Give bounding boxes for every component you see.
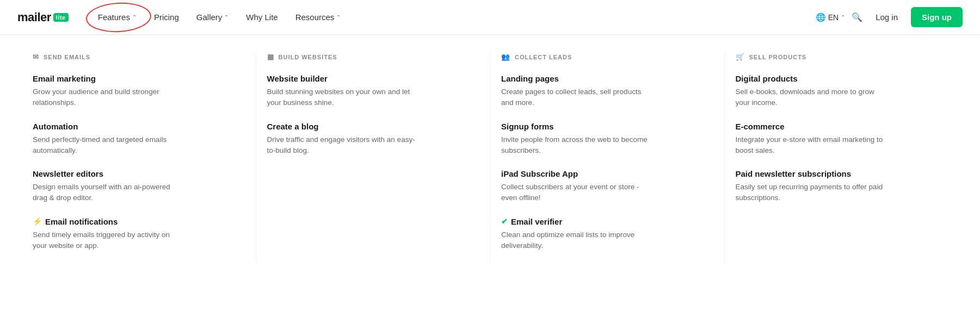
menu-item-desc-1-1: Drive traffic and engage visitors with a… [267,134,420,157]
language-selector[interactable]: 🌐 EN ⌃ [816,13,845,22]
nav-features-label: Features [98,13,130,22]
navbar: mailer lite Features ⌃ Pricing Gallery ⌃… [0,0,980,35]
menu-item-title-2-3[interactable]: ✔Email verifier [501,217,713,226]
nav-features[interactable]: Features ⌃ [90,8,144,26]
col-header-icon-1: ▦ [267,53,274,61]
nav-pricing[interactable]: Pricing [146,8,187,26]
features-dropdown: ✉SEND EMAILSEmail marketingGrow your aud… [0,35,980,282]
gallery-chevron-icon: ⌃ [224,14,229,20]
logo[interactable]: mailer lite [17,10,69,24]
menu-item-desc-2-0: Create pages to collect leads, sell prod… [501,86,654,109]
menu-item-title-text-2-2: iPad Subscribe App [501,169,578,178]
menu-item-desc-0-0: Grow your audience and build stronger re… [33,86,185,109]
menu-item-title-text-3-2: Paid newsletter subscriptions [736,169,852,178]
menu-item-desc-1-0: Build stunning websites on your own and … [267,86,420,109]
menu-item-title-2-2[interactable]: iPad Subscribe App [501,169,713,178]
resources-chevron-icon: ⌃ [336,14,341,20]
menu-item-title-text-0-1: Automation [33,122,78,131]
menu-item-title-text-1-1: Create a blog [267,122,319,131]
col-header-label-0: SEND EMAILS [44,54,90,60]
signup-button[interactable]: Sign up [911,7,963,27]
col-header-icon-0: ✉ [33,53,39,61]
menu-item-2-1: Signup formsInvite people from across th… [501,122,713,157]
nav-right: 🌐 EN ⌃ 🔍 Log in Sign up [816,7,963,27]
menu-item-desc-3-0: Sell e-books, downloads and more to grow… [736,86,888,109]
menu-item-title-3-0[interactable]: Digital products [736,74,948,83]
menu-item-title-text-0-3: Email notifications [45,217,118,226]
menu-item-0-0: Email marketingGrow your audience and bu… [33,74,245,109]
menu-item-desc-0-1: Send perfectly-timed and targeted emails… [33,134,185,157]
nav-resources[interactable]: Resources ⌃ [288,8,349,26]
col-header-2: 👥COLLECT LEADS [501,53,713,61]
menu-item-3-2: Paid newsletter subscriptionsEasily set … [736,169,948,204]
search-icon[interactable]: 🔍 [852,12,862,22]
col-header-icon-3: 🛒 [736,53,745,61]
menu-item-0-3: ⚡Email notificationsSend timely emails t… [33,217,245,252]
menu-item-desc-2-3: Clean and optimize email lists to improv… [501,229,654,252]
menu-item-title-text-2-1: Signup forms [501,122,554,131]
language-label: EN [828,13,839,22]
menu-item-desc-2-1: Invite people from across the web to bec… [501,134,654,157]
dropdown-col-2: 👥COLLECT LEADSLanding pagesCreate pages … [490,53,725,264]
menu-item-title-text-0-2: Newsletter editors [33,169,103,178]
nav-gallery[interactable]: Gallery ⌃ [189,8,237,26]
lightning-icon: ⚡ [33,217,42,226]
lang-chevron-icon: ⌃ [841,14,845,20]
menu-item-title-text-2-0: Landing pages [501,74,559,83]
nav-why-lite[interactable]: Why Lite [238,8,285,26]
menu-item-title-2-1[interactable]: Signup forms [501,122,713,131]
menu-item-title-1-1[interactable]: Create a blog [267,122,479,131]
col-header-3: 🛒SELL PRODUCTS [736,53,948,61]
menu-item-title-text-1-0: Website builder [267,74,328,83]
menu-item-3-1: E-commerceIntegrate your e-store with em… [736,122,948,157]
menu-item-desc-0-2: Design emails yourself with an ai-powere… [33,182,185,204]
menu-item-title-text-3-1: E-commerce [736,122,785,131]
features-chevron-icon: ⌃ [132,14,137,20]
logo-text: mailer [17,10,51,24]
col-header-icon-2: 👥 [501,53,510,61]
menu-item-desc-2-2: Collect subscribers at your event or sto… [501,182,654,204]
nav-why-lite-label: Why Lite [246,13,278,22]
menu-item-title-0-1[interactable]: Automation [33,122,245,131]
nav-pricing-label: Pricing [154,13,179,22]
dropdown-col-3: 🛒SELL PRODUCTSDigital productsSell e-boo… [725,53,959,264]
col-header-0: ✉SEND EMAILS [33,53,245,61]
menu-item-title-0-3[interactable]: ⚡Email notifications [33,217,245,226]
menu-item-0-1: AutomationSend perfectly-timed and targe… [33,122,245,157]
menu-item-title-0-0[interactable]: Email marketing [33,74,245,83]
menu-item-3-0: Digital productsSell e-books, downloads … [736,74,948,109]
menu-item-title-3-2[interactable]: Paid newsletter subscriptions [736,169,948,178]
col-header-label-2: COLLECT LEADS [515,54,572,60]
menu-item-1-1: Create a blogDrive traffic and engage vi… [267,122,479,157]
menu-item-title-2-0[interactable]: Landing pages [501,74,713,83]
menu-item-title-text-0-0: Email marketing [33,74,96,83]
menu-item-title-1-0[interactable]: Website builder [267,74,479,83]
check-icon: ✔ [501,217,508,226]
col-header-label-1: BUILD WEBSITES [279,54,337,60]
nav-gallery-label: Gallery [196,13,223,22]
globe-icon: 🌐 [816,13,826,22]
menu-item-desc-3-1: Integrate your e-store with email market… [736,134,888,157]
menu-item-desc-3-2: Easily set up recurring payments to offe… [736,182,888,204]
nav-items: Features ⌃ Pricing Gallery ⌃ Why Lite Re… [90,8,816,26]
menu-item-2-3: ✔Email verifierClean and optimize email … [501,217,713,252]
logo-badge: lite [53,13,69,22]
col-header-1: ▦BUILD WEBSITES [267,53,479,61]
menu-item-title-0-2[interactable]: Newsletter editors [33,169,245,178]
menu-item-desc-0-3: Send timely emails triggered by activity… [33,229,185,252]
menu-item-title-text-3-0: Digital products [736,74,798,83]
menu-item-2-0: Landing pagesCreate pages to collect lea… [501,74,713,109]
menu-item-title-text-2-3: Email verifier [511,217,562,226]
menu-item-2-2: iPad Subscribe AppCollect subscribers at… [501,169,713,204]
menu-item-title-3-1[interactable]: E-commerce [736,122,948,131]
menu-item-1-0: Website builderBuild stunning websites o… [267,74,479,109]
menu-item-0-2: Newsletter editorsDesign emails yourself… [33,169,245,204]
login-button[interactable]: Log in [869,8,904,26]
col-header-label-3: SELL PRODUCTS [749,54,807,60]
dropdown-col-1: ▦BUILD WEBSITESWebsite builderBuild stun… [256,53,491,264]
nav-resources-label: Resources [295,13,335,22]
dropdown-col-0: ✉SEND EMAILSEmail marketingGrow your aud… [22,53,256,264]
